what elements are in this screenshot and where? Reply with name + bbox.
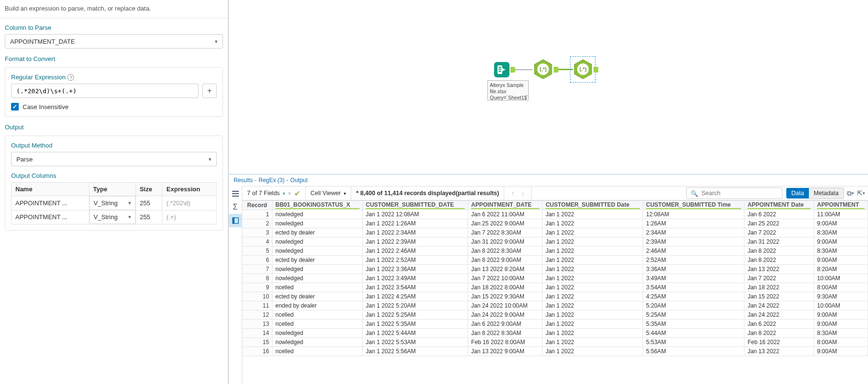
- output-col-header: Type: [89, 183, 136, 196]
- workflow-canvas[interactable]: (.*) (.*) Alteryx Sample file.xlsx Query…: [229, 0, 868, 174]
- svg-rect-2: [498, 67, 501, 68]
- breadcrumb-results[interactable]: Results: [234, 177, 253, 184]
- column-to-parse-value: APPOINTMENT_DATE: [10, 38, 75, 45]
- column-to-parse-label: Column to Parse: [5, 24, 223, 31]
- grid-row[interactable]: 5nowledgedJan 1 2022 2:46AMJan 8 2022 8:…: [242, 247, 868, 256]
- copy-icon[interactable]: ⧉▾: [847, 189, 854, 198]
- svg-rect-3: [498, 69, 501, 70]
- connector: [515, 69, 533, 70]
- grid-header[interactable]: CUSTOMER_SUBMITTED Time: [643, 201, 744, 210]
- sigma-icon[interactable]: Σ: [229, 200, 242, 214]
- grid-row[interactable]: 3ected by dealerJan 1 2022 2:34AMJan 7 2…: [242, 228, 868, 237]
- check-icon[interactable]: ✔: [294, 189, 300, 198]
- grid-row[interactable]: 16ncelledJan 1 2022 5:56AMJan 13 2022 9:…: [242, 347, 868, 356]
- output-anchor[interactable]: [554, 67, 558, 73]
- output-method-select[interactable]: Parse ▾: [11, 152, 217, 166]
- grid-header[interactable]: APPOINTMENT: [814, 201, 868, 210]
- output-col-header: Name: [12, 183, 89, 196]
- grid-header[interactable]: Record: [242, 201, 272, 210]
- input-tool-label[interactable]: Alteryx Sample file.xlsx Query=`Sheet1$`: [487, 80, 529, 100]
- results-toolbar: 7 of 7 Fields ▾ ▾ ✔ Cell Viewer ▾ * 8,: [242, 186, 868, 200]
- grid-row[interactable]: 12ncelledJan 1 2022 5:25AMJan 24 2022 9:…: [242, 310, 868, 320]
- grid-row[interactable]: 7nowledgedJan 1 2022 3:36AMJan 13 2022 8…: [242, 265, 868, 274]
- svg-rect-11: [232, 191, 239, 192]
- config-panel: Build an expression to parse, match, or …: [0, 0, 229, 384]
- output-col-row[interactable]: APPOINTMENT ...V_String▾255(.+): [12, 210, 217, 224]
- fields-selector[interactable]: 7 of 7 Fields: [247, 190, 280, 197]
- results-grid[interactable]: RecordBB01_BOOKINGSTATUS_XCUSTOMER_SUBMI…: [242, 200, 868, 384]
- cell-viewer-button[interactable]: Cell Viewer: [310, 190, 341, 197]
- grid-row[interactable]: 1nowledgedJan 1 2022 12:08AMJan 6 2022 1…: [242, 210, 868, 219]
- breadcrumb-output[interactable]: Output: [290, 177, 308, 184]
- case-insensitive-label: Case Insensitive: [23, 103, 68, 111]
- output-anchor[interactable]: [594, 67, 598, 73]
- case-insensitive-checkbox[interactable]: [11, 103, 19, 111]
- popout-icon[interactable]: ⇱▾: [857, 189, 865, 198]
- grid-header[interactable]: CUSTOMER_SUBMITTED Date: [543, 201, 643, 210]
- svg-text:(.*): (.*): [580, 66, 587, 72]
- output-columns-label: Output Columns: [11, 172, 217, 179]
- output-columns-table: NameTypeSizeExpression APPOINTMENT ...V_…: [11, 182, 217, 224]
- regex-section: Regular Expression ? + Case Insensitive: [5, 67, 223, 117]
- config-description: Build an expression to parse, match, or …: [0, 0, 228, 18]
- chevron-down-icon[interactable]: ▾: [344, 191, 346, 196]
- svg-rect-15: [233, 218, 235, 223]
- output-anchor[interactable]: [510, 67, 515, 73]
- grid-row[interactable]: 11ended by dealerJan 1 2022 5:20AMJan 24…: [242, 301, 868, 310]
- format-to-convert-label: Format to Convert: [5, 55, 223, 62]
- chevron-down-icon: ▾: [215, 38, 218, 45]
- results-panel: Results - RegEx (3) - Output Σ 7 of 7 Fi…: [229, 174, 868, 384]
- grid-row[interactable]: 14nowledgedJan 1 2022 5:44AMJan 8 2022 8…: [242, 329, 868, 338]
- svg-rect-4: [498, 71, 501, 72]
- record-count: * 8,400 of 11,414 records displayed(part…: [356, 190, 499, 197]
- search-icon: 🔍: [691, 190, 698, 197]
- arrow-down-icon[interactable]: ↓: [519, 189, 526, 197]
- regex-label: Regular Expression: [11, 74, 65, 81]
- regex-input[interactable]: [11, 84, 198, 98]
- tab-metadata[interactable]: Metadata: [809, 187, 844, 199]
- regex-tool-1[interactable]: (.*): [533, 59, 554, 80]
- grid-row[interactable]: 9ncelledJan 1 2022 3:54AMJan 18 2022 8:0…: [242, 283, 868, 292]
- regex-tool-2[interactable]: (.*): [572, 59, 594, 80]
- input-data-tool[interactable]: [493, 61, 510, 78]
- output-section: Output Method Parse ▾ Output Columns Nam…: [5, 136, 223, 231]
- arrow-up-icon[interactable]: ↑: [509, 189, 516, 197]
- svg-text:(.*): (.*): [540, 66, 547, 72]
- grid-row[interactable]: 15nowledgedJan 1 2022 5:53AMFeb 16 2022 …: [242, 338, 868, 347]
- output-method-value: Parse: [16, 156, 33, 163]
- output-method-label: Output Method: [11, 142, 217, 149]
- output-label: Output: [5, 124, 223, 131]
- grid-header[interactable]: CUSTOMER_SUBMITTED_DATE: [363, 201, 468, 210]
- svg-rect-12: [232, 193, 239, 194]
- breadcrumb-tool[interactable]: RegEx (3): [259, 177, 285, 184]
- chevron-down-icon[interactable]: ▾: [283, 191, 285, 196]
- column-to-parse-select[interactable]: APPOINTMENT_DATE ▾: [5, 34, 223, 49]
- regex-add-button[interactable]: +: [202, 84, 217, 98]
- grid-row[interactable]: 8nowledgedJan 1 2022 3:49AMJan 7 2022 10…: [242, 274, 868, 283]
- svg-rect-13: [232, 196, 239, 197]
- info-icon[interactable]: ?: [67, 74, 74, 81]
- search-input[interactable]: [701, 190, 778, 197]
- output-col-header: Expression: [162, 183, 217, 196]
- grid-row[interactable]: 13ncelledJan 1 2022 5:35AMJan 6 2022 9:0…: [242, 320, 868, 329]
- grid-header[interactable]: BB01_BOOKINGSTATUS_X: [272, 201, 362, 210]
- output-col-header: Size: [136, 183, 162, 196]
- grid-row[interactable]: 6ected by dealerJan 1 2022 2:52AMJan 8 2…: [242, 256, 868, 265]
- search-box[interactable]: 🔍: [686, 187, 782, 199]
- list-view-icon[interactable]: [229, 187, 242, 200]
- grid-row[interactable]: 10ected by dealerJan 1 2022 4:25AMJan 15…: [242, 292, 868, 301]
- single-record-icon[interactable]: [229, 214, 242, 227]
- output-col-row[interactable]: APPOINTMENT ...V_String▾255(.*202\d): [12, 196, 217, 211]
- grid-header[interactable]: APPOINTMENT_DATE: [468, 201, 543, 210]
- results-left-icons: Σ: [229, 186, 242, 384]
- tab-data[interactable]: Data: [786, 188, 808, 198]
- grid-header[interactable]: APPOINTMENT Date: [744, 201, 814, 210]
- chevron-down-icon: ▾: [209, 156, 211, 162]
- grid-row[interactable]: 2nowledgedJan 1 2022 1:26AMJan 25 2022 9…: [242, 219, 868, 228]
- results-breadcrumb: Results - RegEx (3) - Output: [229, 174, 868, 186]
- grid-row[interactable]: 4nowledgedJan 1 2022 2:39AMJan 31 2022 9…: [242, 237, 868, 247]
